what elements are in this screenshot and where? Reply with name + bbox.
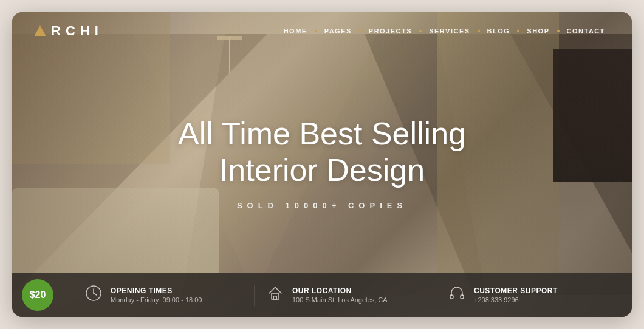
nav-item-pages[interactable]: PAGES	[320, 25, 357, 37]
opening-times-item: OPENING TIMES Monday - Friday: 09:00 - 1…	[73, 285, 255, 306]
nav-dot-3	[419, 30, 422, 32]
nav-item-projects[interactable]: PROJECTS	[364, 25, 417, 37]
hero-content: All Time Best Selling Interior Design SO…	[105, 116, 539, 210]
nav-link-projects[interactable]: PROJECTS	[364, 25, 417, 37]
logo-triangle-icon	[34, 25, 46, 36]
hero-section: RCHI HOME PAGES PROJECTS SERVICES	[12, 12, 632, 317]
headphone-icon	[448, 285, 465, 306]
nav-item-contact[interactable]: CONTACT	[562, 25, 610, 37]
nav-dot-5	[517, 30, 519, 32]
nav-link-services[interactable]: SERVICES	[424, 25, 474, 37]
nav-link-pages[interactable]: PAGES	[320, 25, 357, 37]
nav-dot-1	[315, 30, 317, 32]
house-icon	[267, 285, 284, 306]
hero-title-line2: Interior Design	[219, 152, 425, 187]
opening-times-value: Monday - Friday: 09:00 - 18:00	[111, 296, 202, 304]
nav-separator-icon	[419, 30, 422, 32]
hero-subtitle: SOLD 10000+ COPIES	[105, 200, 539, 209]
nav-link-shop[interactable]: SHOP	[522, 25, 554, 37]
support-label: CUSTOMER SUPPORT	[474, 287, 558, 295]
opening-times-label: OPENING TIMES	[111, 287, 202, 295]
location-value: 100 S Main St, Los Angeles, CA	[292, 296, 388, 304]
nav-item-shop[interactable]: SHOP	[522, 25, 554, 37]
nav-separator-icon	[517, 30, 519, 32]
nav-separator-icon	[315, 30, 317, 32]
hero-title-line1: All Time Best Selling	[178, 116, 466, 151]
nav-dot-4	[478, 30, 480, 32]
support-text: CUSTOMER SUPPORT +208 333 9296	[474, 287, 558, 304]
nav-separator-icon	[359, 30, 361, 32]
location-text: OUR LOCATION 100 S Main St, Los Angeles,…	[292, 287, 388, 304]
nav-link-blog[interactable]: BLOG	[482, 25, 515, 37]
nav-dot-2	[359, 30, 361, 32]
hero-title: All Time Best Selling Interior Design	[105, 116, 539, 189]
support-item: CUSTOMER SUPPORT +208 333 9296	[436, 285, 617, 306]
nav-separator-icon	[557, 30, 560, 32]
nav-item-blog[interactable]: BLOG	[482, 25, 515, 37]
opening-times-text: OPENING TIMES Monday - Friday: 09:00 - 1…	[111, 287, 202, 304]
support-value: +208 333 9296	[474, 296, 558, 304]
price-badge[interactable]: $20	[22, 279, 53, 311]
location-label: OUR LOCATION	[292, 287, 388, 295]
nav-item-home[interactable]: HOME	[279, 25, 312, 37]
clock-icon	[85, 285, 102, 306]
nav-dot-6	[557, 30, 560, 32]
logo-text: RCHI	[51, 23, 103, 39]
nav-links: HOME PAGES PROJECTS SERVICES BLOG	[279, 25, 610, 37]
nav-item-services[interactable]: SERVICES	[424, 25, 474, 37]
navbar: RCHI HOME PAGES PROJECTS SERVICES	[12, 12, 632, 50]
nav-link-home[interactable]: HOME	[279, 25, 312, 37]
nav-link-contact[interactable]: CONTACT	[562, 25, 610, 37]
logo[interactable]: RCHI	[34, 23, 103, 39]
location-item: OUR LOCATION 100 S Main St, Los Angeles,…	[255, 285, 436, 306]
browser-window: RCHI HOME PAGES PROJECTS SERVICES	[12, 12, 632, 317]
nav-separator-icon	[478, 30, 480, 32]
svg-line-7	[94, 293, 97, 295]
bottom-bar: $20 OPENING TIMES Monday - Friday: 09:00…	[12, 273, 632, 317]
